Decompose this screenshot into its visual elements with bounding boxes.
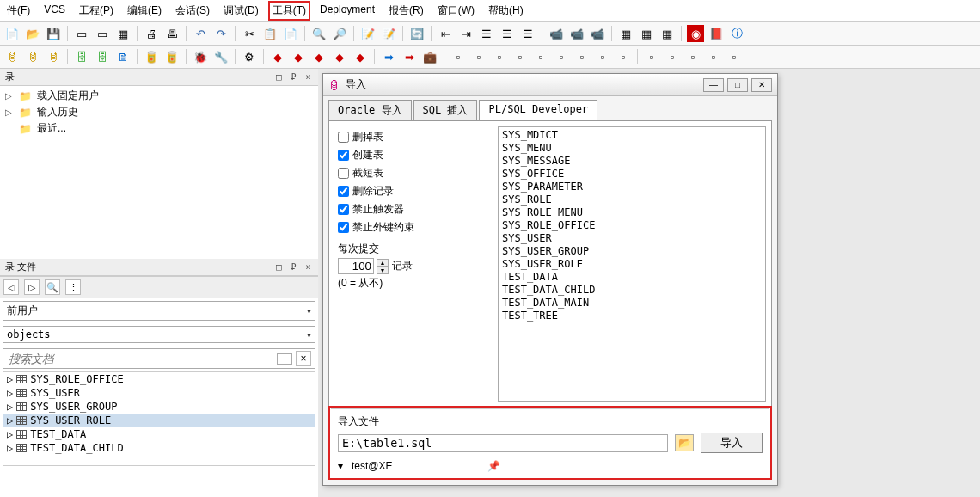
list2-icon[interactable]: ☰: [499, 25, 516, 42]
window-icon[interactable]: ▭: [73, 25, 90, 42]
print-icon[interactable]: 🖨: [143, 25, 160, 42]
recent-item[interactable]: 📁 最近...: [3, 120, 315, 137]
menu-file[interactable]: 件(F): [3, 2, 34, 20]
g1-icon[interactable]: ▫: [450, 48, 467, 65]
bug-icon[interactable]: 🐞: [192, 48, 209, 65]
chevron-down-icon[interactable]: ▾: [338, 460, 343, 472]
paste-icon[interactable]: 📄: [282, 25, 299, 42]
browse-button[interactable]: 📂: [675, 434, 694, 451]
db1-icon[interactable]: 🗄: [73, 48, 90, 65]
menu-deployment[interactable]: Deployment: [316, 2, 378, 20]
menu-vcs[interactable]: VCS: [40, 2, 69, 20]
cam3-icon[interactable]: 📹: [589, 25, 606, 42]
copy-icon[interactable]: 📋: [261, 25, 279, 42]
search-more-icon[interactable]: ⋯: [277, 353, 292, 365]
doc1-icon[interactable]: 📝: [359, 25, 377, 42]
info-icon[interactable]: ⓘ: [728, 25, 745, 42]
disable-fk-checkbox[interactable]: [338, 222, 349, 233]
table-item[interactable]: SYS_PARAMETER: [502, 181, 762, 193]
g10-icon[interactable]: ▫: [643, 48, 660, 65]
open-icon[interactable]: 📂: [24, 25, 41, 42]
drop-tables-checkbox[interactable]: [338, 132, 349, 143]
find2-icon[interactable]: 🔎: [331, 25, 348, 42]
menu-project[interactable]: 工程(P): [76, 2, 117, 20]
current-user-select[interactable]: 前用户 ▾: [3, 301, 315, 321]
new-icon[interactable]: 📄: [3, 25, 21, 42]
can2-icon[interactable]: 🥫: [163, 48, 181, 65]
table-item[interactable]: SYS_MENU: [502, 142, 762, 155]
menu-report[interactable]: 报告(R): [385, 2, 427, 20]
g13-icon[interactable]: ▫: [705, 48, 722, 65]
refresh-icon[interactable]: 🔄: [408, 25, 426, 42]
panel2-controls[interactable]: □ ₽ ×: [276, 261, 313, 273]
disk3-icon[interactable]: 🛢: [45, 48, 62, 65]
arrow-right-blue-icon[interactable]: ➡: [380, 48, 397, 65]
table-row[interactable]: ▷TEST_DATA_CHILD: [3, 441, 315, 455]
commit-every-input[interactable]: [338, 258, 374, 274]
g3-icon[interactable]: ▫: [491, 48, 508, 65]
layout3-icon[interactable]: ▦: [658, 25, 676, 42]
menu-session[interactable]: 会话(S): [172, 2, 213, 20]
g11-icon[interactable]: ▫: [664, 48, 681, 65]
table-row[interactable]: ▷TEST_DATA: [3, 427, 315, 441]
truncate-tables-checkbox[interactable]: [338, 168, 349, 179]
recent-item[interactable]: ▷ 📁 输入历史: [3, 104, 315, 120]
disk1-icon[interactable]: 🛢: [3, 48, 21, 65]
doc2-icon[interactable]: 📝: [380, 25, 397, 42]
table-item[interactable]: TEST_DATA_CHILD: [502, 284, 762, 297]
red3-icon[interactable]: ◆: [310, 48, 328, 65]
panel1-controls[interactable]: □ ₽ ×: [276, 71, 313, 83]
table-row[interactable]: ▷SYS_USER_GROUP: [3, 400, 315, 414]
import-button[interactable]: 导入: [701, 433, 763, 453]
object-list[interactable]: ▷SYS_ROLE_OFFICE ▷SYS_USER ▷SYS_USER_GRO…: [3, 371, 315, 466]
red5-icon[interactable]: ◆: [352, 48, 369, 65]
menu-edit[interactable]: 编辑(E): [124, 2, 165, 20]
list1-icon[interactable]: ☰: [478, 25, 495, 42]
table-item[interactable]: SYS_USER: [502, 232, 762, 245]
arrow-right-red-icon[interactable]: ➡: [401, 48, 418, 65]
tool-icon[interactable]: 🔧: [212, 48, 230, 65]
find-icon[interactable]: 🔍: [310, 25, 328, 42]
find-icon[interactable]: 🔍: [45, 279, 60, 295]
table-row[interactable]: ▷SYS_ROLE_OFFICE: [3, 372, 315, 386]
table-item[interactable]: SYS_MESSAGE: [502, 155, 762, 168]
g5-icon[interactable]: ▫: [532, 48, 549, 65]
cam1-icon[interactable]: 📹: [548, 25, 565, 42]
table-item[interactable]: SYS_ROLE_MENU: [502, 206, 762, 219]
maximize-button[interactable]: □: [727, 78, 748, 92]
spin-down-icon[interactable]: ▼: [377, 267, 389, 274]
g14-icon[interactable]: ▫: [726, 48, 743, 65]
dialog-titlebar[interactable]: 🛢 导入 — □ ✕: [323, 74, 777, 96]
g4-icon[interactable]: ▫: [511, 48, 529, 65]
create-tables-checkbox[interactable]: [338, 150, 349, 161]
table-row[interactable]: ▷SYS_USER: [3, 386, 315, 400]
table-item[interactable]: TEST_DATA: [502, 271, 762, 284]
grid-icon[interactable]: ▦: [114, 25, 132, 42]
menu-debug[interactable]: 调试(D): [220, 2, 262, 20]
filter-icon[interactable]: ⋮: [65, 279, 81, 295]
tables-list[interactable]: SYS_MDICT SYS_MENU SYS_MESSAGE SYS_OFFIC…: [498, 126, 766, 402]
table-item[interactable]: SYS_OFFICE: [502, 168, 762, 181]
window2-icon[interactable]: ▭: [94, 25, 111, 42]
g2-icon[interactable]: ▫: [470, 48, 487, 65]
objects-select[interactable]: objects ▾: [3, 326, 315, 343]
layout2-icon[interactable]: ▦: [638, 25, 655, 42]
pdf-icon[interactable]: 📕: [707, 25, 725, 42]
can1-icon[interactable]: 🥫: [143, 48, 160, 65]
table-item[interactable]: SYS_MDICT: [502, 129, 762, 142]
spin-up-icon[interactable]: ▲: [377, 259, 389, 267]
recent-item[interactable]: ▷ 📁 载入固定用户: [3, 88, 315, 104]
red1-icon[interactable]: ◆: [269, 48, 286, 65]
nav-back-icon[interactable]: ◁: [3, 279, 19, 295]
layout1-icon[interactable]: ▦: [617, 25, 634, 42]
undo-icon[interactable]: ↶: [192, 25, 209, 42]
g9-icon[interactable]: ▫: [615, 48, 632, 65]
g7-icon[interactable]: ▫: [573, 48, 591, 65]
table-row[interactable]: ▷SYS_USER_ROLE: [3, 414, 315, 427]
commit-spinner[interactable]: ▲▼: [377, 259, 389, 274]
g12-icon[interactable]: ▫: [684, 48, 701, 65]
table-item[interactable]: TEST_TREE: [502, 310, 762, 322]
red2-icon[interactable]: ◆: [290, 48, 307, 65]
clear-search-icon[interactable]: ×: [296, 351, 311, 366]
table-item[interactable]: SYS_ROLE_OFFICE: [502, 219, 762, 232]
